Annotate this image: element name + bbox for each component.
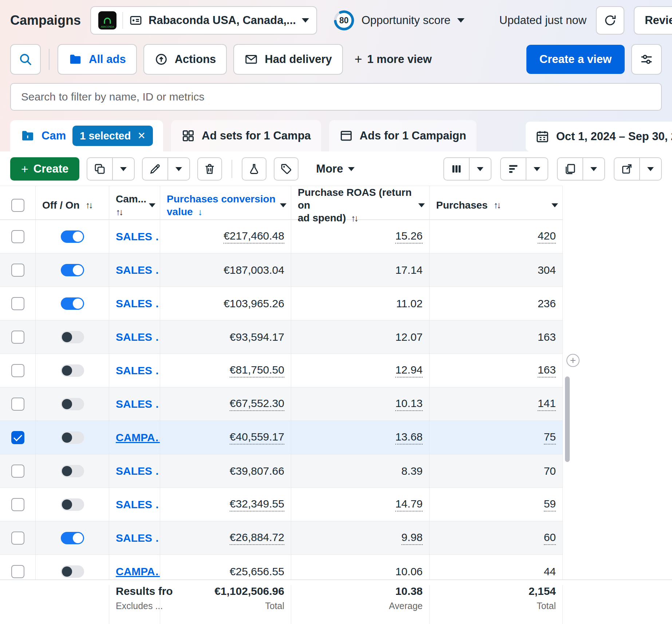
export-action[interactable]	[614, 158, 639, 180]
date-range-picker[interactable]: Oct 1, 2024 – Sep 30, 2025	[526, 122, 672, 151]
campaign-name-link[interactable]: SALES …	[116, 398, 160, 410]
column-header-conversion-value[interactable]: Purchases conversion value ↓	[160, 186, 291, 224]
campaign-toggle[interactable]	[61, 364, 84, 377]
row-checkbox[interactable]	[11, 398, 24, 411]
edit-action[interactable]	[143, 158, 167, 180]
column-menu-caret[interactable]	[280, 203, 286, 207]
select-all-checkbox[interactable]	[11, 199, 24, 212]
row-checkbox[interactable]	[11, 297, 24, 310]
row-toggle-cell	[36, 287, 109, 320]
campaign-name-link[interactable]: SALES …	[116, 264, 160, 276]
row-conversion-value-cell: €93,594.17	[160, 320, 291, 354]
create-button[interactable]: + Create	[10, 157, 79, 181]
sort-icon: ↑↓	[116, 207, 122, 217]
campaign-toggle[interactable]	[61, 465, 84, 477]
folder-icon	[68, 52, 82, 66]
close-icon[interactable]: ✕	[137, 131, 146, 141]
campaign-toggle[interactable]	[61, 398, 84, 410]
columns-menu[interactable]	[469, 158, 491, 180]
table-area: + Create	[0, 157, 672, 624]
row-checkbox[interactable]	[11, 498, 24, 511]
breakdown-menu[interactable]	[526, 158, 548, 180]
campaign-name-link[interactable]: SALES …	[116, 230, 160, 243]
sort-icon: ↑↓	[351, 213, 357, 223]
duplicate-action[interactable]	[87, 158, 112, 180]
sliders-icon	[639, 52, 654, 67]
create-view-button[interactable]: Create a view	[526, 45, 625, 74]
column-header-purchases[interactable]: Purchases ↑↓	[430, 186, 563, 224]
ad-icon	[339, 129, 353, 143]
row-checkbox[interactable]	[11, 264, 24, 277]
campaign-toggle[interactable]	[61, 498, 84, 511]
campaign-toggle[interactable]	[61, 264, 84, 276]
tab-adsets[interactable]: Ad sets for 1 Campa	[171, 120, 321, 151]
column-menu-caret[interactable]	[149, 203, 155, 207]
account-selector[interactable]: ABACONDA Rabaconda USA, Canada,...	[90, 6, 317, 35]
vertical-scrollbar[interactable]	[565, 376, 570, 462]
campaign-toggle[interactable]	[61, 532, 84, 544]
campaign-name-link[interactable]: SALES …	[116, 532, 160, 544]
view-tab-all-ads[interactable]: All ads	[58, 44, 137, 75]
filter-search	[10, 83, 662, 111]
campaigns-folder-icon	[20, 129, 35, 143]
campaign-toggle[interactable]	[61, 297, 84, 310]
column-menu-caret[interactable]	[418, 203, 425, 207]
row-checkbox[interactable]	[11, 431, 24, 444]
reports-menu[interactable]	[582, 158, 604, 180]
row-checkbox-cell	[0, 287, 36, 320]
review-button[interactable]: Review	[634, 6, 672, 35]
selected-badge[interactable]: 1 selected ✕	[72, 126, 153, 146]
campaign-name-link[interactable]: SALES …	[116, 364, 160, 377]
delete-button[interactable]	[197, 157, 222, 181]
row-toggle-cell	[36, 488, 109, 521]
edit-menu[interactable]	[167, 158, 189, 180]
campaign-name-link[interactable]: CAMPA…	[116, 431, 160, 444]
actions-toolbar: + Create	[0, 157, 672, 181]
tab-campaigns[interactable]: Cam 1 selected ✕	[10, 120, 163, 151]
table-row: SALES …€93,594.1712.07163	[0, 320, 563, 354]
more-button[interactable]: More	[316, 162, 355, 175]
reports-action[interactable]	[558, 158, 582, 180]
tab-ads[interactable]: Ads for 1 Campaign	[329, 120, 477, 151]
row-checkbox[interactable]	[11, 331, 24, 344]
account-logo: ABACONDA	[98, 11, 116, 29]
row-purchases-cell: 420	[430, 220, 563, 253]
more-view-button[interactable]: + 1 more view	[355, 53, 432, 66]
view-tab-had-delivery[interactable]: Had delivery	[233, 44, 343, 75]
column-menu-caret[interactable]	[552, 203, 558, 207]
opportunity-score[interactable]: 80 Opportunity score	[333, 9, 465, 31]
breakdown-action[interactable]	[501, 158, 526, 180]
view-settings-button[interactable]	[631, 44, 662, 75]
tag-button[interactable]	[274, 157, 299, 181]
campaign-name-link[interactable]: SALES …	[116, 297, 160, 310]
search-toggle-button[interactable]	[10, 44, 41, 75]
add-column-button[interactable]: +	[566, 354, 580, 367]
sort-icon: ↑↓	[494, 200, 500, 211]
campaign-name-link[interactable]: SALES …	[116, 465, 160, 477]
export-button	[614, 157, 662, 181]
row-name-cell: SALES …	[109, 521, 160, 554]
duplicate-menu[interactable]	[112, 158, 134, 180]
campaign-name-link[interactable]: SALES …	[116, 498, 160, 511]
row-conversion-value-cell: €26,884.72	[160, 521, 291, 554]
column-header-roas[interactable]: Purchase ROAS (return on ad spend) ↑↓	[291, 186, 430, 224]
campaign-name-link[interactable]: CAMPA…	[116, 565, 160, 578]
row-checkbox[interactable]	[11, 230, 24, 243]
campaign-toggle[interactable]	[61, 431, 84, 444]
row-checkbox[interactable]	[11, 465, 24, 478]
ab-test-button[interactable]	[242, 157, 266, 181]
filter-search-input[interactable]	[10, 83, 662, 111]
export-menu[interactable]	[639, 158, 661, 180]
column-header-campaign[interactable]: Cam... ↑↓	[109, 186, 160, 224]
refresh-button[interactable]	[596, 6, 624, 35]
row-checkbox[interactable]	[11, 532, 24, 545]
row-roas-cell: 9.98	[291, 521, 430, 554]
campaign-toggle[interactable]	[61, 565, 84, 578]
campaign-toggle[interactable]	[61, 331, 84, 343]
row-checkbox[interactable]	[11, 364, 24, 377]
campaign-toggle[interactable]	[61, 230, 84, 243]
row-checkbox[interactable]	[11, 565, 24, 578]
campaign-name-link[interactable]: SALES …	[116, 331, 160, 343]
view-tab-actions[interactable]: Actions	[143, 44, 227, 75]
columns-action[interactable]	[444, 158, 469, 180]
